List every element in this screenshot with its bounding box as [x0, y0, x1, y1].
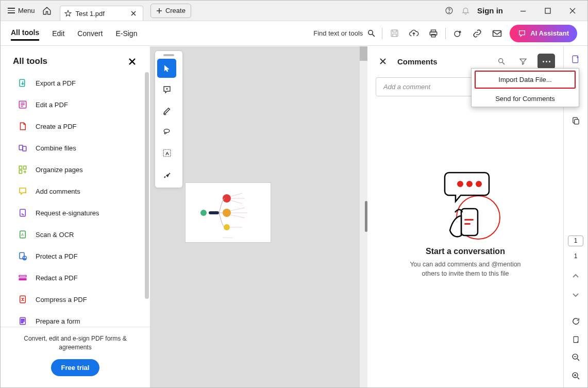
draw-tool[interactable] — [157, 122, 176, 141]
page-view-button[interactable] — [567, 333, 584, 346]
ai-assistant-button[interactable]: AI Assistant — [510, 25, 577, 42]
comment-tool[interactable] — [157, 80, 176, 99]
sidebar-item-create-pdf[interactable]: Create a PDF — [1, 115, 147, 137]
rotate-button[interactable] — [567, 315, 584, 328]
svg-rect-5 — [391, 30, 398, 37]
highlight-tool[interactable] — [157, 101, 176, 120]
close-icon — [569, 8, 576, 14]
tool-label: Organize pages — [36, 166, 83, 174]
zoom-out-button[interactable] — [567, 351, 584, 364]
sidebar-item-export-pdf[interactable]: Export a PDF — [1, 72, 147, 94]
close-window-button[interactable] — [561, 1, 584, 21]
select-tool[interactable] — [157, 59, 176, 78]
dropdown-item-send-for-comments[interactable]: Send for Comments — [472, 91, 579, 107]
sidebar-title: All tools — [13, 56, 47, 66]
svg-text:———: ——— — [246, 217, 249, 218]
sidebar-item-request-esignatures[interactable]: Request e-signatures — [1, 202, 147, 224]
tab-convert[interactable]: Convert — [77, 27, 103, 40]
page-current-input[interactable]: 1 — [568, 235, 583, 246]
tab-title: Test 1.pdf — [76, 10, 105, 18]
sidebar-item-compress-pdf[interactable]: Compress a PDF — [1, 289, 147, 310]
find-button[interactable]: Find text or tools — [313, 29, 376, 38]
sidebar-item-edit-pdf[interactable]: Edit a PDF — [1, 94, 147, 115]
fountain-pen-icon — [162, 170, 172, 179]
comments-more-dropdown: Import Data File... Send for Comments — [471, 68, 579, 107]
tab-esign[interactable]: E-Sign — [115, 27, 137, 40]
document-viewer[interactable]: A — [150, 46, 367, 387]
drag-handle[interactable] — [163, 54, 174, 56]
notifications-button[interactable] — [458, 3, 473, 19]
link-button[interactable] — [467, 24, 487, 43]
chevron-up-icon — [572, 274, 579, 279]
close-comments-button[interactable] — [376, 54, 390, 69]
sign-tool[interactable] — [157, 164, 176, 183]
cloud-button[interactable] — [404, 24, 424, 43]
svg-point-53 — [499, 59, 503, 63]
sparkle-doc-icon — [571, 55, 580, 64]
sign-in-button[interactable]: Sign in — [477, 6, 503, 15]
rotate-icon — [572, 317, 580, 326]
title-bar: Menu Test 1.pdf Create Sign in — [1, 1, 587, 21]
menu-button[interactable]: Menu — [4, 5, 39, 16]
comments-filter-button[interactable] — [516, 54, 530, 69]
svg-rect-2 — [520, 11, 526, 11]
svg-rect-61 — [573, 56, 578, 63]
bell-icon — [461, 6, 470, 15]
page-down-button[interactable] — [567, 288, 584, 301]
email-button[interactable] — [487, 24, 507, 43]
ai-icon-button[interactable] — [448, 24, 467, 43]
page-total: 1 — [574, 252, 578, 260]
ai-panel-button[interactable] — [567, 53, 584, 65]
separator — [382, 28, 382, 39]
svg-point-56 — [466, 181, 473, 187]
document-tab[interactable]: Test 1.pdf — [60, 6, 143, 21]
zoom-in-button[interactable] — [567, 369, 584, 382]
comments-search-button[interactable] — [494, 54, 509, 69]
dropdown-item-import-data[interactable]: Import Data File... — [475, 71, 576, 89]
svg-line-44 — [231, 215, 245, 218]
svg-point-36 — [223, 194, 231, 203]
svg-text:A: A — [21, 232, 24, 237]
sidebar-item-redact-pdf[interactable]: Redact a PDF — [1, 267, 147, 289]
page-thumbnail[interactable]: —————————— —————————— ———— ———— — [186, 183, 271, 242]
minimize-button[interactable] — [511, 1, 535, 21]
sidebar-item-add-comments[interactable]: Add comments — [1, 180, 147, 202]
compress-icon — [18, 295, 27, 304]
text-select-tool[interactable]: A — [157, 143, 176, 162]
tab-all-tools[interactable]: All tools — [11, 26, 39, 41]
comment-icon — [162, 85, 172, 94]
create-icon — [18, 122, 27, 131]
home-button[interactable] — [39, 3, 55, 19]
print-button[interactable] — [424, 24, 443, 43]
sidebar-item-scan-ocr[interactable]: AScan & OCR — [1, 224, 147, 245]
svg-text:A: A — [165, 150, 169, 156]
panel-resize-indicator[interactable] — [365, 201, 367, 232]
sidebar-close-button[interactable] — [126, 56, 138, 67]
help-button[interactable] — [441, 3, 457, 19]
sidebar-item-organize-pages[interactable]: Organize pages — [1, 159, 147, 180]
svg-point-37 — [223, 209, 231, 217]
sidebar-item-combine-files[interactable]: Combine files — [1, 137, 147, 159]
sidebar-scrollbar[interactable] — [145, 72, 149, 327]
free-trial-button[interactable]: Free trial — [51, 359, 100, 376]
create-button[interactable]: Create — [150, 4, 191, 18]
sidebar-item-protect-pdf[interactable]: Protect a PDF — [1, 245, 147, 267]
sidebar-item-prepare-form[interactable]: Prepare a form — [1, 310, 147, 327]
page-icon — [572, 335, 580, 344]
page-up-button[interactable] — [567, 270, 584, 283]
cloud-upload-icon — [409, 29, 419, 38]
create-label: Create — [165, 7, 186, 14]
separator — [445, 28, 446, 39]
tool-label: Redact a PDF — [36, 274, 78, 282]
svg-line-42 — [231, 208, 245, 211]
menu-label: Menu — [18, 7, 35, 14]
maximize-button[interactable] — [536, 1, 560, 21]
save-button[interactable] — [384, 24, 404, 43]
empty-description: You can add comments and @mention others… — [406, 260, 525, 278]
copy-button[interactable] — [567, 114, 584, 127]
svg-rect-11 — [20, 79, 25, 87]
edit-icon — [18, 100, 27, 109]
tab-close-button[interactable] — [129, 9, 138, 18]
comments-more-button[interactable] — [537, 54, 555, 69]
tab-edit[interactable]: Edit — [52, 27, 64, 40]
